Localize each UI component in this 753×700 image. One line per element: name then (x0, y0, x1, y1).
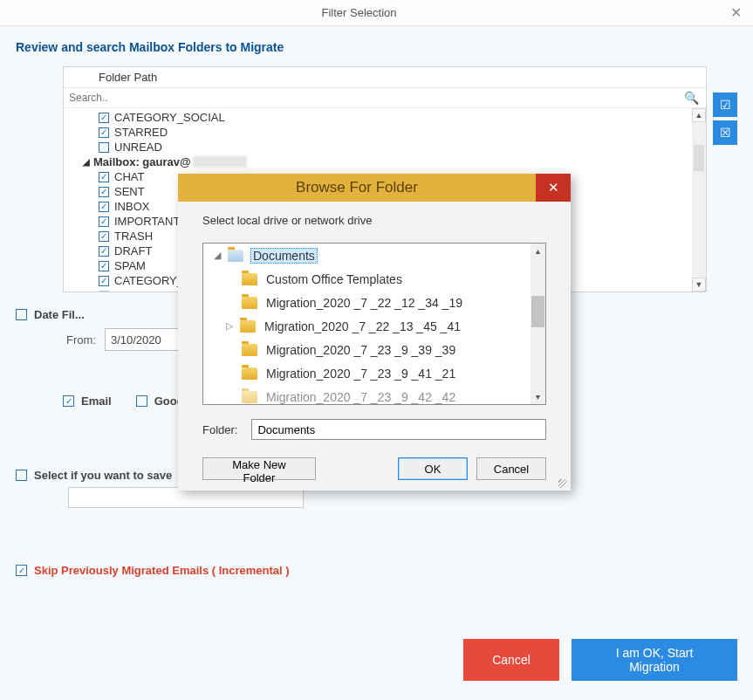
uncheck-all-button[interactable]: ☒ (713, 120, 737, 145)
page-heading: Review and search Mailbox Folders to Mig… (16, 40, 737, 54)
dialog-title: Browse For Folder (178, 179, 536, 196)
explorer-node[interactable]: Migration_2020 _7 _23 _9 _39 _39 (203, 338, 545, 361)
mailbox-row[interactable]: ◢ Mailbox: gaurav@ (64, 154, 706, 169)
folder-icon (242, 297, 257, 309)
dialog-cancel-button[interactable]: Cancel (476, 457, 546, 480)
skip-checkbox[interactable]: ✓ (16, 565, 27, 576)
folder-icon (242, 273, 257, 285)
folder-field-input[interactable] (251, 419, 546, 440)
folder-icon (242, 367, 257, 380)
start-migration-button[interactable]: I am OK, Start Migration (572, 639, 737, 681)
from-date-input[interactable] (105, 328, 179, 351)
folder-search-input[interactable] (64, 88, 677, 107)
scroll-thumb (694, 145, 704, 171)
folder-icon (228, 250, 243, 262)
folder-explorer[interactable]: ◢ Documents Custom Office Templates Migr… (202, 243, 546, 405)
scroll-up-icon: ▲ (692, 108, 706, 122)
explorer-node[interactable]: Migration_2020 _7 _23 _9 _42 _42 (203, 385, 545, 405)
folder-icon (242, 344, 257, 356)
cancel-button[interactable]: Cancel (463, 639, 559, 681)
dialog-close-button[interactable]: ✕ (536, 174, 571, 202)
browse-folder-dialog: Browse For Folder ✕ Select local drive o… (178, 174, 571, 491)
folder-row[interactable]: ✓STARRED (64, 125, 706, 140)
from-label: From: (66, 333, 96, 347)
search-icon[interactable]: 🔍 (677, 91, 706, 105)
scroll-thumb (531, 296, 544, 327)
explorer-scrollbar[interactable]: ▴ ▾ (531, 244, 545, 404)
expand-icon: ▷ (226, 320, 236, 332)
scroll-down-icon: ▼ (692, 278, 706, 292)
save-checkbox[interactable]: ✓ (16, 470, 27, 481)
collapse-icon: ◢ (83, 157, 90, 167)
folder-row[interactable]: ✓CATEGORY_SOCIAL (64, 110, 706, 125)
email-checkbox[interactable]: ✓ (63, 395, 74, 407)
window-titlebar: Filter Selection ✕ (0, 0, 753, 26)
explorer-node-root[interactable]: ◢ Documents (203, 244, 545, 267)
expand-icon: ◢ (214, 250, 224, 261)
column-header-folder-path[interactable]: Folder Path (64, 67, 706, 88)
check-all-button[interactable]: ☑ (713, 93, 737, 117)
explorer-node[interactable]: ▷ Migration_2020 _7 _22 _13 _45 _41 (203, 314, 545, 338)
window-close-button[interactable]: ✕ (718, 4, 753, 21)
scroll-up-icon: ▴ (531, 244, 545, 258)
resize-grip-icon[interactable] (558, 479, 567, 488)
explorer-node[interactable]: Migration_2020 _7 _23 _9 _41 _21 (203, 361, 545, 385)
date-filter-label: Date Fil... (34, 308, 85, 321)
folder-scrollbar[interactable]: ▲ ▼ (692, 108, 706, 292)
folder-row[interactable]: ✓UNREAD (64, 140, 706, 154)
folder-field-label: Folder: (202, 423, 237, 436)
scroll-down-icon: ▾ (531, 389, 545, 404)
folder-icon (240, 320, 256, 333)
skip-label: Skip Previously Migrated Emails ( Increm… (34, 564, 290, 577)
date-filter-checkbox[interactable]: ✓ (16, 309, 27, 320)
window-title: Filter Selection (0, 6, 718, 19)
save-label: Select if you want to save (34, 469, 172, 482)
folder-icon (242, 391, 257, 403)
explorer-node[interactable]: Custom Office Templates (203, 267, 545, 291)
explorer-node[interactable]: Migration_2020 _7 _22 _12 _34 _19 (203, 291, 545, 314)
dialog-ok-button[interactable]: OK (398, 457, 468, 480)
google-checkbox[interactable]: ✓ (136, 395, 147, 407)
dialog-instruction: Select local drive or network drive (202, 214, 546, 227)
make-new-folder-button[interactable]: Make New Folder (202, 457, 316, 480)
email-label: Email (81, 395, 112, 408)
